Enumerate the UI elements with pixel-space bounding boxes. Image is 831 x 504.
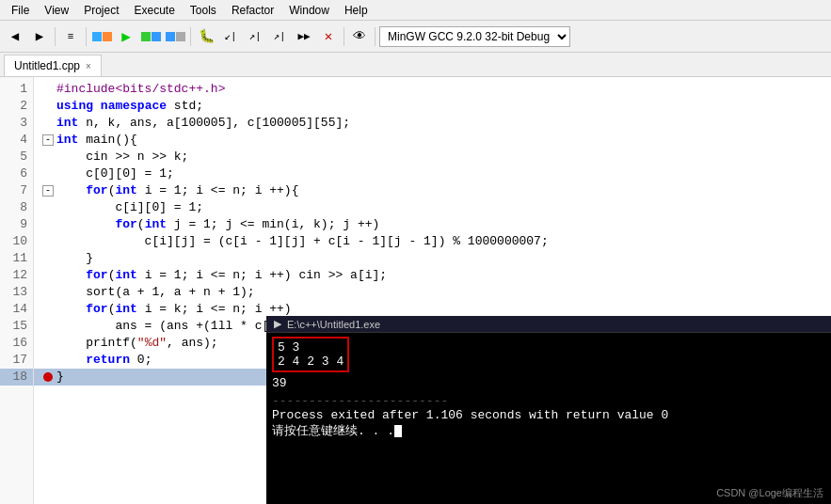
menu-project[interactable]: Project (76, 2, 126, 19)
terminal-cursor (394, 425, 402, 437)
line-number-3: 3 (0, 115, 33, 132)
compiler-select[interactable]: MinGW GCC 9.2.0 32-bit Debug (379, 26, 570, 47)
code-text-8: c[i][0] = 1; (56, 199, 203, 216)
step-into-button[interactable]: ↙| (219, 25, 242, 48)
tab-close-button[interactable]: × (86, 61, 91, 71)
debug-icon[interactable]: 🐛 (195, 25, 217, 48)
code-text-14: for(int i = k; i <= n; i ++) (56, 301, 292, 318)
code-line-4[interactable]: -int main(){ (34, 132, 831, 149)
toolbar-separator-3 (190, 27, 191, 46)
line-numbers: 123456789101112131415161718 (0, 77, 34, 504)
line-number-10: 10 (0, 233, 33, 250)
step-over-button[interactable]: ↗| (244, 25, 266, 48)
code-line-9[interactable]: for(int j = 1; j <= min(i, k); j ++) (34, 216, 831, 233)
code-text-6: c[0][0] = 1; (56, 165, 174, 182)
continue-button[interactable]: ▶▶ (293, 25, 315, 48)
line-number-16: 16 (0, 335, 33, 352)
tab-untitled1[interactable]: Untitled1.cpp × (4, 55, 102, 76)
code-text-7: for(int i = 1; i <= n; i ++){ (56, 182, 298, 199)
toolbar: ◀ ▶ ≡ ▶ 🐛 ↙| ↗| ↗| ▶▶ ✕ 👁 MinGW GCC 9.2.… (0, 21, 831, 53)
toolbar-separator-2 (86, 27, 87, 46)
tab-filename: Untitled1.cpp (14, 59, 80, 72)
menu-bar: File View Project Execute Tools Refactor… (0, 0, 831, 21)
terminal-continue-msg: 请按任意键继续. . . (272, 422, 825, 439)
gutter-18 (41, 372, 56, 382)
terminal-title-bar: ▶ E:\c++\Untitled1.exe (266, 316, 831, 333)
menu-view[interactable]: View (37, 2, 76, 19)
line-number-11: 11 (0, 250, 33, 267)
toolbar-separator-1 (55, 27, 56, 46)
code-line-12[interactable]: for(int i = 1; i <= n; i ++) cin >> a[i]… (34, 267, 831, 284)
menu-file[interactable]: File (4, 2, 37, 19)
terminal-content: 5 3 2 4 2 3 4 39 -----------------------… (266, 333, 831, 443)
menu-refactor[interactable]: Refactor (224, 2, 281, 19)
line-number-2: 2 (0, 98, 33, 115)
menu-help[interactable]: Help (337, 2, 376, 19)
line-number-13: 13 (0, 284, 33, 301)
line-number-4: 4 (0, 132, 33, 149)
code-text-18: } (56, 369, 64, 386)
code-line-7[interactable]: - for(int i = 1; i <= n; i ++){ (34, 182, 831, 199)
fold-marker-4[interactable]: - (42, 134, 54, 146)
line-number-17: 17 (0, 352, 33, 369)
code-line-2[interactable]: using namespace std; (34, 98, 831, 115)
watch-button[interactable]: 👁 (348, 25, 371, 48)
code-text-17: return 0; (56, 352, 152, 369)
menu-execute[interactable]: Execute (127, 2, 183, 19)
code-text-12: for(int i = 1; i <= n; i ++) cin >> a[i]… (56, 267, 387, 284)
code-line-11[interactable]: } (34, 250, 831, 267)
terminal-output: 39 (272, 376, 825, 390)
code-line-10[interactable]: c[i][j] = (c[i - 1][j] + c[i - 1][j - 1]… (34, 233, 831, 250)
code-line-5[interactable]: cin >> n >> k; (34, 149, 831, 165)
menu-window[interactable]: Window (281, 2, 337, 19)
terminal-input-line2: 2 4 2 3 4 (278, 354, 344, 369)
code-text-10: c[i][j] = (c[i - 1][j] + c[i - 1][j - 1]… (56, 233, 549, 250)
code-line-8[interactable]: c[i][0] = 1; (34, 199, 831, 216)
tab-bar: Untitled1.cpp × (0, 53, 831, 77)
watermark: CSDN @Loge编程生活 (716, 486, 823, 500)
editor-area: 123456789101112131415161718 #include<bit… (0, 77, 831, 504)
code-text-9: for(int j = 1; j <= min(i, k); j ++) (56, 216, 379, 233)
menu-tools[interactable]: Tools (183, 2, 224, 19)
terminal-process-msg: Process exited after 1.106 seconds with … (272, 408, 825, 422)
terminal-input-box: 5 3 2 4 2 3 4 (272, 337, 349, 372)
line-number-5: 5 (0, 149, 33, 165)
code-line-3[interactable]: int n, k, ans, a[100005], c[100005][55]; (34, 115, 831, 132)
build-button[interactable] (164, 25, 186, 48)
line-number-6: 6 (0, 165, 33, 182)
line-number-9: 9 (0, 216, 33, 233)
line-number-15: 15 (0, 318, 33, 335)
terminal-input-line1: 5 3 (278, 340, 344, 354)
align-button[interactable]: ≡ (59, 25, 82, 48)
line-number-7: 7 (0, 182, 33, 199)
code-text-13: sort(a + 1, a + n + 1); (56, 284, 255, 301)
fold-marker-7[interactable]: - (42, 185, 54, 197)
gutter-4: - (41, 134, 56, 146)
terminal-overlay: ▶ E:\c++\Untitled1.exe 5 3 2 4 2 3 4 39 … (266, 316, 831, 504)
line-number-1: 1 (0, 81, 33, 98)
new-button[interactable] (90, 25, 113, 48)
line-number-18: 18 (0, 369, 33, 386)
code-text-16: printf("%d", ans); (56, 335, 218, 352)
line-number-8: 8 (0, 199, 33, 216)
terminal-title: E:\c++\Untitled1.exe (287, 319, 380, 330)
step-out-button[interactable]: ↗| (268, 25, 291, 48)
stop-button[interactable]: ✕ (317, 25, 340, 48)
code-line-13[interactable]: sort(a + 1, a + n + 1); (34, 284, 831, 301)
line-number-12: 12 (0, 267, 33, 284)
terminal-icon: ▶ (274, 318, 281, 330)
code-text-2: using namespace std; (56, 98, 203, 115)
run-button[interactable]: ▶ (115, 25, 137, 48)
toolbar-separator-5 (375, 27, 376, 46)
breakpoint-18 (43, 372, 53, 382)
back-button[interactable]: ◀ (4, 25, 26, 48)
forward-button[interactable]: ▶ (28, 25, 51, 48)
code-text-11: } (56, 250, 93, 267)
code-text-3: int n, k, ans, a[100005], c[100005][55]; (56, 115, 350, 132)
compile-run-button[interactable] (139, 25, 162, 48)
code-line-6[interactable]: c[0][0] = 1; (34, 165, 831, 182)
code-line-1[interactable]: #include<bits/stdc++.h> (34, 81, 831, 98)
code-text-1: #include<bits/stdc++.h> (56, 81, 225, 98)
terminal-separator: ------------------------ (272, 394, 825, 408)
gutter-7: - (41, 185, 56, 197)
